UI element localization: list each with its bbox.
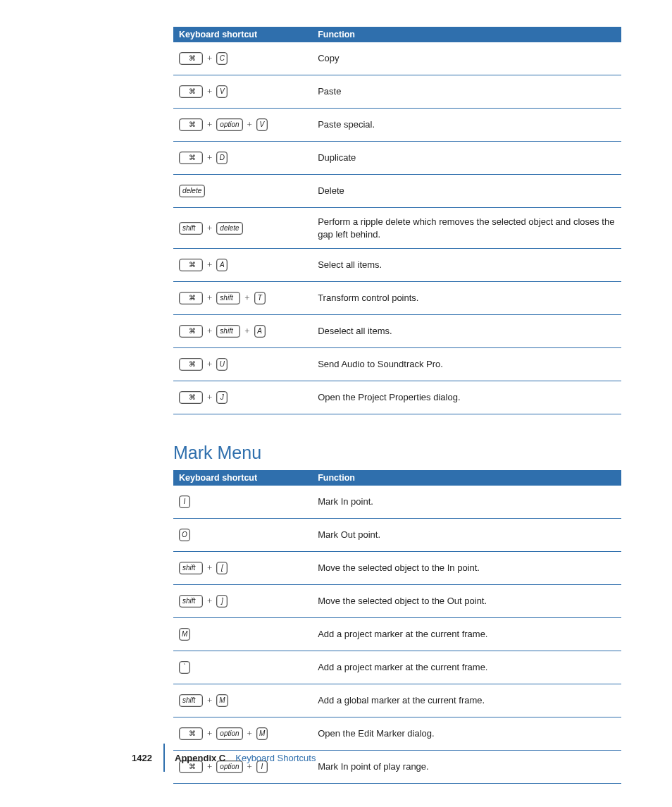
shortcut-cell: ` bbox=[173, 651, 312, 684]
plus-icon: + bbox=[206, 325, 213, 338]
function-cell: Open the Project Properties dialog. bbox=[312, 381, 621, 414]
table-row: OMark Out point. bbox=[173, 519, 621, 552]
key-J: J bbox=[216, 391, 228, 404]
shortcut-cell: ⌘+C bbox=[173, 42, 312, 75]
key-I: I bbox=[179, 495, 190, 508]
plus-icon: + bbox=[206, 391, 213, 404]
shortcut-cell: ⌘+option+V bbox=[173, 109, 312, 142]
key-cmd: ⌘ bbox=[179, 259, 203, 271]
key-cmd: ⌘ bbox=[179, 292, 203, 304]
key-C: C bbox=[216, 52, 228, 65]
table-row: MAdd a project marker at the current fra… bbox=[173, 618, 621, 651]
key-shift: shift bbox=[216, 292, 240, 304]
key-M: M bbox=[256, 727, 268, 740]
plus-icon: + bbox=[206, 292, 213, 304]
plus-icon: + bbox=[206, 694, 213, 707]
key-cmd: ⌘ bbox=[179, 152, 203, 164]
plus-icon: + bbox=[206, 358, 213, 371]
shortcut-cell: M bbox=[173, 618, 312, 651]
footer-appendix: Appendix C bbox=[175, 753, 225, 763]
plus-icon: + bbox=[244, 292, 250, 304]
key-cmd: ⌘ bbox=[179, 358, 203, 371]
table-row: `Add a project marker at the current fra… bbox=[173, 651, 621, 684]
col-shortcut: Keyboard shortcut bbox=[173, 27, 312, 42]
key-V: V bbox=[256, 118, 268, 131]
shortcut-cell: shift+M bbox=[173, 684, 312, 717]
function-cell: Mark In point. bbox=[312, 486, 621, 519]
key-D: D bbox=[216, 152, 228, 164]
function-cell: Add a project marker at the current fram… bbox=[312, 618, 621, 651]
function-cell: Send Audio to Soundtrack Pro. bbox=[312, 348, 621, 381]
table-row: IMark In point. bbox=[173, 486, 621, 519]
shortcut-cell: I bbox=[173, 486, 312, 519]
function-cell: Move the selected object to the Out poin… bbox=[312, 585, 621, 618]
shortcut-cell: ⌘+D bbox=[173, 142, 312, 175]
plus-icon: + bbox=[247, 727, 253, 740]
table-row: shift+deletePerform a ripple delete whic… bbox=[173, 208, 621, 249]
page-number: 1422 bbox=[0, 753, 163, 763]
key-cmd: ⌘ bbox=[179, 118, 203, 131]
shortcut-cell: O bbox=[173, 519, 312, 552]
section-title: Mark Menu bbox=[173, 443, 621, 463]
col-function: Function bbox=[312, 470, 621, 486]
key-option: option bbox=[216, 118, 242, 131]
function-cell: Duplicate bbox=[312, 142, 621, 175]
key-delete: delete bbox=[216, 222, 242, 235]
page-footer: 1422 Appendix C Keyboard Shortcuts bbox=[0, 744, 672, 772]
key-O: O bbox=[179, 529, 190, 541]
function-cell: Select all items. bbox=[312, 249, 621, 282]
key-shift: shift bbox=[179, 694, 203, 707]
key-cmd: ⌘ bbox=[179, 391, 203, 404]
key-U: U bbox=[216, 358, 228, 371]
key-shift: shift bbox=[179, 562, 203, 574]
function-cell: Paste special. bbox=[312, 109, 621, 142]
col-function: Function bbox=[312, 27, 621, 42]
plus-icon: + bbox=[206, 562, 213, 574]
key-V: V bbox=[216, 85, 228, 98]
key-]: ] bbox=[216, 595, 228, 608]
plus-icon: + bbox=[206, 259, 213, 271]
plus-icon: + bbox=[244, 325, 250, 338]
plus-icon: + bbox=[206, 595, 213, 608]
shortcut-cell: ⌘+V bbox=[173, 75, 312, 109]
table-row: shift+]Move the selected object to the O… bbox=[173, 585, 621, 618]
shortcut-cell: ⌘+A bbox=[173, 249, 312, 282]
function-cell: Transform control points. bbox=[312, 282, 621, 315]
table-row: shift+MAdd a global marker at the curren… bbox=[173, 684, 621, 717]
function-cell: Mark Out point. bbox=[312, 519, 621, 552]
footer-title: Keyboard Shortcuts bbox=[235, 753, 316, 763]
function-cell: Deselect all items. bbox=[312, 315, 621, 348]
function-cell: Add a global marker at the current frame… bbox=[312, 684, 621, 717]
shortcut-cell: ⌘+shift+T bbox=[173, 282, 312, 315]
shortcut-cell: ⌘+shift+A bbox=[173, 315, 312, 348]
key-`: ` bbox=[179, 661, 190, 674]
shortcuts-table-1: Keyboard shortcut Function ⌘+CCopy⌘+VPas… bbox=[173, 27, 621, 414]
key-A: A bbox=[216, 259, 228, 271]
table-row: ⌘+DDuplicate bbox=[173, 142, 621, 175]
table-row: ⌘+USend Audio to Soundtrack Pro. bbox=[173, 348, 621, 381]
key-M: M bbox=[216, 694, 228, 707]
table-row: ⌘+shift+TTransform control points. bbox=[173, 282, 621, 315]
key-shift: shift bbox=[179, 222, 203, 235]
function-cell: Add a project marker at the current fram… bbox=[312, 651, 621, 684]
key-T: T bbox=[254, 292, 266, 304]
shortcut-cell: shift+delete bbox=[173, 208, 312, 249]
function-cell: Delete bbox=[312, 175, 621, 208]
table-row: deleteDelete bbox=[173, 175, 621, 208]
function-cell: Move the selected object to the In point… bbox=[312, 552, 621, 585]
plus-icon: + bbox=[206, 222, 213, 235]
shortcuts-table-2: Keyboard shortcut Function IMark In poin… bbox=[173, 470, 621, 784]
table-row: ⌘+option+VPaste special. bbox=[173, 109, 621, 142]
shortcut-cell: ⌘+J bbox=[173, 381, 312, 414]
table-row: ⌘+ASelect all items. bbox=[173, 249, 621, 282]
shortcut-cell: delete bbox=[173, 175, 312, 208]
shortcut-cell: shift+] bbox=[173, 585, 312, 618]
table-header: Keyboard shortcut Function bbox=[173, 470, 621, 486]
function-cell: Copy bbox=[312, 42, 621, 75]
key-shift: shift bbox=[216, 325, 240, 338]
key-delete: delete bbox=[179, 185, 205, 197]
key-M: M bbox=[179, 628, 190, 641]
key-option: option bbox=[216, 727, 242, 740]
plus-icon: + bbox=[206, 727, 213, 740]
shortcut-cell: ⌘+U bbox=[173, 348, 312, 381]
